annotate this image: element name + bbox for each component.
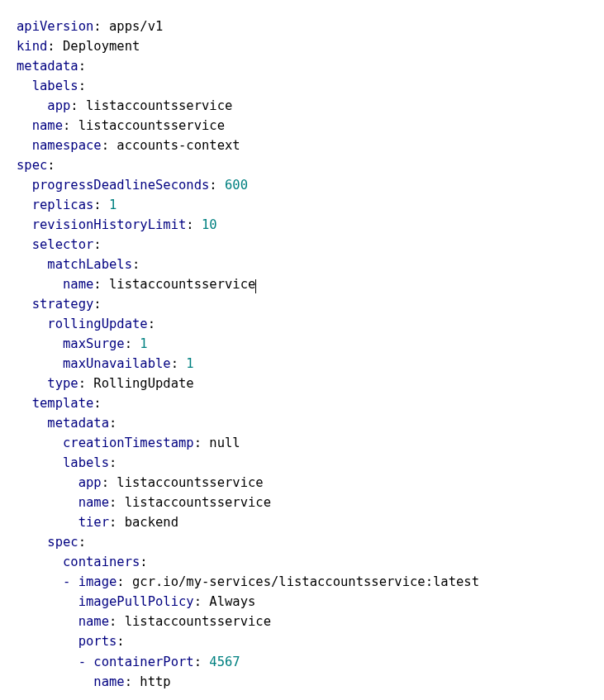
code-line: kind: Deployment (17, 36, 597, 56)
yaml-key: selector (32, 237, 94, 252)
code-line: name: http (17, 672, 597, 692)
yaml-key: maxSurge (63, 336, 125, 351)
yaml-key: imagePullPolicy (78, 594, 194, 609)
code-line: - image: gcr.io/my-services/listaccounts… (17, 572, 597, 592)
yaml-key: maxUnavailable (63, 356, 171, 371)
yaml-key: tier (78, 515, 109, 530)
code-line: spec: (17, 532, 597, 552)
yaml-key: metadata (47, 416, 109, 431)
code-line: ports: (17, 631, 597, 651)
code-line: revisionHistoryLimit: 10 (17, 215, 597, 235)
yaml-key: ports (78, 634, 117, 649)
yaml-key: apiVersion (17, 19, 93, 34)
yaml-key: spec (17, 158, 47, 173)
yaml-value: listaccountsservice (78, 118, 225, 133)
code-line: progressDeadlineSeconds: 600 (17, 175, 597, 195)
yaml-value: apps/v1 (109, 19, 163, 34)
code-line: strategy: (17, 294, 597, 314)
yaml-key: labels (32, 79, 78, 93)
yaml-key: app (47, 98, 70, 113)
code-line: maxUnavailable: 1 (17, 354, 597, 374)
yaml-key: type (47, 376, 78, 391)
yaml-value: listaccountsservice (125, 614, 271, 629)
code-line: imagePullPolicy: Always (17, 592, 597, 612)
code-line: app: listaccountsservice (17, 473, 597, 493)
yaml-value: listaccountsservice (117, 475, 263, 490)
code-line: name: listaccountsservice (17, 274, 597, 294)
yaml-value: 600 (225, 178, 248, 193)
code-line: creationTimestamp: null (17, 433, 597, 453)
yaml-value: listaccountsservice (109, 277, 255, 292)
yaml-key: name (78, 495, 109, 510)
code-line: labels: (17, 76, 597, 96)
yaml-key: replicas (32, 198, 94, 212)
yaml-key: spec (47, 535, 78, 550)
yaml-value: 1 (109, 198, 117, 212)
yaml-key: strategy (32, 297, 94, 312)
yaml-value: accounts-context (117, 138, 240, 153)
code-line: apiVersion: apps/v1 (17, 17, 597, 36)
yaml-key: name (32, 118, 63, 133)
yaml-value: listaccountsservice (125, 495, 271, 510)
code-line: app: listaccountsservice (17, 96, 597, 116)
code-line: replicas: 1 (17, 195, 597, 215)
code-line: type: RollingUpdate (17, 374, 597, 393)
yaml-key: image (78, 574, 117, 589)
yaml-value: listaccountsservice (86, 98, 232, 113)
yaml-key: name (63, 277, 93, 292)
yaml-key: containers (63, 555, 140, 569)
yaml-key: namespace (32, 138, 102, 153)
yaml-key: creationTimestamp (63, 436, 194, 450)
yaml-value: 1 (140, 336, 147, 351)
yaml-key: containerPort (93, 655, 193, 669)
code-line: containers: (17, 552, 597, 572)
code-line: rollingUpdate: (17, 314, 597, 334)
code-line: metadata: (17, 56, 597, 76)
code-line: maxSurge: 1 (17, 334, 597, 354)
yaml-value: gcr.io/my-services/listaccountsservice:l… (132, 574, 479, 589)
yaml-value: 10 (202, 217, 217, 232)
yaml-key: matchLabels (47, 257, 132, 272)
yaml-value: Deployment (63, 39, 140, 54)
yaml-key: labels (63, 455, 109, 470)
code-line: template: (17, 393, 597, 413)
yaml-key: rollingUpdate (47, 317, 147, 331)
yaml-key: kind (17, 39, 47, 54)
yaml-key: template (32, 396, 94, 411)
code-line: matchLabels: (17, 255, 597, 274)
code-line: namespace: accounts-context (17, 136, 597, 155)
yaml-value: 1 (186, 356, 193, 371)
code-line: name: listaccountsservice (17, 612, 597, 631)
yaml-key: progressDeadlineSeconds (32, 178, 210, 193)
code-line: metadata: (17, 413, 597, 433)
yaml-value: null (209, 436, 240, 450)
text-cursor (255, 279, 256, 293)
code-line: selector: (17, 235, 597, 255)
code-line: labels: (17, 453, 597, 473)
code-line: - containerPort: 4567 (17, 652, 597, 672)
yaml-code-block: apiVersion: apps/v1kind: Deploymentmetad… (17, 17, 597, 692)
yaml-key: metadata (17, 59, 78, 74)
yaml-value: backend (125, 515, 178, 530)
yaml-key: name (93, 674, 124, 689)
yaml-value: RollingUpdate (93, 376, 193, 391)
code-line: spec: (17, 155, 597, 175)
yaml-key: revisionHistoryLimit (32, 217, 187, 232)
yaml-value: http (140, 674, 170, 689)
yaml-key: app (78, 475, 102, 490)
code-line: name: listaccountsservice (17, 116, 597, 136)
yaml-key: name (78, 614, 109, 629)
yaml-value: 4567 (209, 655, 240, 669)
code-line: name: listaccountsservice (17, 493, 597, 512)
code-line: tier: backend (17, 512, 597, 532)
yaml-value: Always (209, 594, 255, 609)
